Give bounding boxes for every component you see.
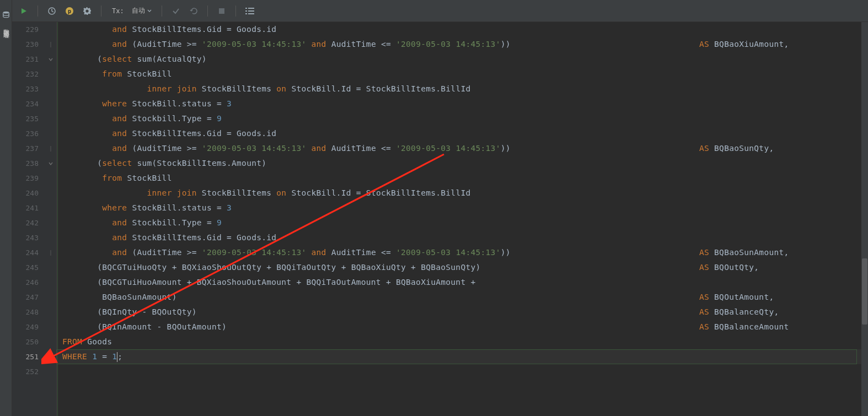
line-number: 232 xyxy=(12,67,39,82)
fold-marker xyxy=(45,230,56,245)
fold-marker xyxy=(45,82,56,96)
settings-button[interactable] xyxy=(81,5,93,17)
svg-rect-9 xyxy=(245,13,247,14)
code-line[interactable]: and (AuditTime >= '2009-05-03 14:45:13' … xyxy=(57,245,868,260)
line-number: 245 xyxy=(12,260,39,275)
code-line[interactable]: where StockBill.status = 3 xyxy=(57,201,868,215)
code-line[interactable]: inner join StockBillItems on StockBill.I… xyxy=(57,82,868,96)
database-icon xyxy=(2,11,10,19)
fold-marker xyxy=(45,126,56,141)
code-line[interactable]: (BQInQty - BQOutQty)AS BQBalanceQty, xyxy=(57,305,868,320)
line-number: 241 xyxy=(12,201,39,215)
explain-plan-button[interactable]: p xyxy=(63,5,76,17)
code-line[interactable]: and StockBillItems.Gid = Goods.id xyxy=(57,22,868,37)
svg-rect-8 xyxy=(248,10,254,12)
code-line[interactable]: where StockBill.status = 3 xyxy=(57,96,868,111)
fold-marker xyxy=(45,305,56,320)
line-number: 251 xyxy=(12,349,39,364)
fold-gutter[interactable] xyxy=(45,22,56,416)
view-options-button[interactable] xyxy=(244,5,256,17)
line-number: 252 xyxy=(12,364,39,379)
line-number: 238 xyxy=(12,156,39,171)
line-number: 235 xyxy=(12,111,39,126)
code-line[interactable]: and (AuditTime >= '2009-05-03 14:45:13' … xyxy=(57,141,868,156)
line-number: 233 xyxy=(12,82,39,96)
code-line[interactable] xyxy=(57,364,868,379)
console-toolbar: p Tx: 自动 xyxy=(12,0,868,22)
code-line[interactable]: (select sum(ActualQty) xyxy=(57,52,868,67)
line-number: 230 xyxy=(12,37,39,52)
code-line[interactable]: and StockBillItems.Gid = Goods.id xyxy=(57,230,868,245)
svg-text:p: p xyxy=(68,8,71,14)
code-line[interactable]: from StockBill xyxy=(57,171,868,186)
code-line[interactable]: (BQCGTuiHuoAmount + BQXiaoShouOutAmount … xyxy=(57,275,868,290)
line-number: 249 xyxy=(12,320,39,334)
history-button[interactable] xyxy=(46,5,58,17)
commit-button[interactable] xyxy=(170,5,182,17)
code-line[interactable]: from StockBill xyxy=(57,67,868,82)
code-content[interactable]: and StockBillItems.Gid = Goods.id and (A… xyxy=(56,22,868,416)
line-number: 246 xyxy=(12,275,39,290)
fold-marker xyxy=(45,290,56,305)
code-line[interactable]: and (AuditTime >= '2009-05-03 14:45:13' … xyxy=(57,37,868,52)
line-number: 231 xyxy=(12,52,39,67)
line-number: 239 xyxy=(12,171,39,186)
code-line[interactable]: WHERE 1 = 1; xyxy=(57,349,868,364)
svg-point-0 xyxy=(3,12,9,14)
chevron-down-icon xyxy=(147,9,152,13)
fold-marker[interactable] xyxy=(45,141,56,156)
svg-rect-7 xyxy=(245,10,247,12)
svg-rect-5 xyxy=(245,8,247,9)
line-number: 250 xyxy=(12,334,39,349)
svg-rect-6 xyxy=(248,8,254,9)
cancel-query-button[interactable] xyxy=(216,5,228,17)
line-number: 234 xyxy=(12,96,39,111)
fold-marker xyxy=(45,334,56,349)
fold-marker xyxy=(45,67,56,82)
vertical-scrollbar[interactable] xyxy=(861,22,868,416)
line-number: 248 xyxy=(12,305,39,320)
line-number: 243 xyxy=(12,230,39,245)
fold-marker xyxy=(45,22,56,37)
fold-marker xyxy=(45,260,56,275)
code-line[interactable]: and Stockbill.Type = 9 xyxy=(57,215,868,230)
fold-marker xyxy=(45,186,56,201)
line-number: 242 xyxy=(12,215,39,230)
line-number-gutter: 2292302312322332342352362372382392402412… xyxy=(12,22,45,416)
tx-mode-dropdown[interactable]: 自动 xyxy=(130,5,154,17)
code-line[interactable]: (BQInAmount - BQOutAmount)AS BQBalanceAm… xyxy=(57,320,868,334)
line-number: 240 xyxy=(12,186,39,201)
code-line[interactable]: FROM Goods xyxy=(57,334,868,349)
fold-marker xyxy=(45,201,56,215)
tx-label: Tx: xyxy=(112,7,124,15)
editor[interactable]: 2292302312322332342352362372382392402412… xyxy=(12,22,868,416)
line-number: 236 xyxy=(12,126,39,141)
fold-marker xyxy=(45,349,56,364)
fold-marker xyxy=(45,215,56,230)
fold-marker[interactable] xyxy=(45,156,56,171)
svg-rect-10 xyxy=(248,13,254,14)
tx-mode-value: 自动 xyxy=(132,6,145,15)
scrollbar-thumb[interactable] xyxy=(862,258,867,325)
fold-marker xyxy=(45,96,56,111)
fold-marker xyxy=(45,320,56,334)
fold-marker[interactable] xyxy=(45,52,56,67)
code-line[interactable]: and Stockbill.Type = 9 xyxy=(57,111,868,126)
fold-marker[interactable] xyxy=(45,245,56,260)
line-number: 244 xyxy=(12,245,39,260)
code-line[interactable]: (select sum(StockBillItems.Amount) xyxy=(57,156,868,171)
code-line[interactable]: (BQCGTuiHuoQty + BQXiaoShouOutQty + BQQi… xyxy=(57,260,868,275)
svg-rect-4 xyxy=(219,8,224,14)
fold-marker xyxy=(45,364,56,379)
fold-marker xyxy=(45,171,56,186)
code-line[interactable]: inner join StockBillItems on StockBill.I… xyxy=(57,186,868,201)
tool-window-bar-left[interactable]: 数据库资源管理 xyxy=(0,0,12,416)
fold-marker[interactable] xyxy=(45,37,56,52)
code-line[interactable]: BQBaoSunAmount)AS BQOutAmount, xyxy=(57,290,868,305)
run-button[interactable] xyxy=(18,5,30,17)
tool-window-label[interactable]: 数据库资源管理 xyxy=(2,24,10,28)
fold-marker xyxy=(45,275,56,290)
fold-marker xyxy=(45,111,56,126)
code-line[interactable]: and StockBillItems.Gid = Goods.id xyxy=(57,126,868,141)
rollback-button[interactable] xyxy=(187,5,200,17)
